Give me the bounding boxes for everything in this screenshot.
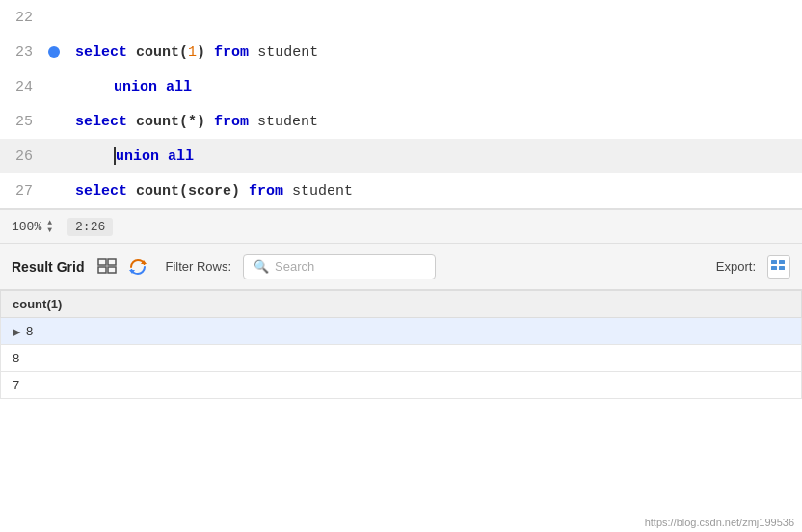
- line-number-26: 26: [0, 148, 48, 165]
- no-breakpoint-27: [48, 185, 60, 197]
- export-button[interactable]: [767, 255, 790, 279]
- no-breakpoint-22: [48, 12, 60, 23]
- no-breakpoint-26: [48, 150, 60, 162]
- result-table: count(1) ▶887: [0, 290, 802, 399]
- watermark: https://blog.csdn.net/zmj199536: [645, 517, 794, 528]
- row-arrow-icon: ▶: [13, 326, 20, 337]
- code-content-23: select count(1) from student: [67, 44, 318, 61]
- table-cell-count1: 7: [1, 372, 802, 399]
- status-bar: 100% ▲ ▼ 2:26: [0, 209, 802, 244]
- svg-rect-6: [771, 260, 777, 264]
- result-grid-container: count(1) ▶887: [0, 290, 802, 532]
- svg-rect-7: [779, 260, 785, 264]
- column-header-count1: count(1): [1, 291, 802, 318]
- table-cell-count1: ▶8: [1, 318, 802, 345]
- zoom-down-arrow[interactable]: ▼: [47, 226, 52, 234]
- code-line-22: 22: [0, 0, 802, 35]
- refresh-icon[interactable]: [126, 257, 149, 277]
- result-grid-label: Result Grid: [12, 259, 84, 275]
- svg-rect-0: [98, 259, 106, 265]
- search-placeholder: Search: [275, 259, 314, 274]
- code-line-24: 24 union all: [0, 69, 802, 104]
- code-content-27: select count(score) from student: [67, 183, 353, 200]
- search-icon: 🔍: [254, 259, 269, 275]
- code-content-24: union all: [67, 79, 192, 95]
- code-content-26: union all: [67, 147, 194, 165]
- table-row: 7: [1, 372, 802, 399]
- line-number-24: 24: [0, 79, 48, 95]
- zoom-control[interactable]: 100% ▲ ▼: [12, 219, 52, 234]
- zoom-value: 100%: [12, 220, 41, 234]
- table-row: 8: [1, 345, 802, 372]
- no-breakpoint-25: [48, 116, 60, 127]
- code-editor[interactable]: 22 23 select count(1) from student 24 un…: [0, 0, 802, 209]
- svg-rect-3: [108, 267, 116, 273]
- line-number-25: 25: [0, 114, 48, 130]
- table-cell-count1: 8: [1, 345, 802, 372]
- no-breakpoint-24: [48, 81, 60, 93]
- table-header-row: count(1): [1, 291, 802, 318]
- code-content-25: select count(*) from student: [67, 114, 318, 130]
- code-line-27: 27 select count(score) from student: [0, 173, 802, 208]
- svg-rect-2: [98, 267, 106, 273]
- grid-view-icon[interactable]: [95, 257, 119, 277]
- code-line-25: 25 select count(*) from student: [0, 104, 802, 139]
- line-number-22: 22: [0, 10, 48, 26]
- search-box[interactable]: 🔍 Search: [243, 254, 436, 279]
- cursor-position: 2:26: [67, 218, 113, 236]
- filter-rows-label: Filter Rows:: [165, 259, 231, 274]
- zoom-arrows[interactable]: ▲ ▼: [47, 219, 52, 234]
- line-number-27: 27: [0, 183, 48, 200]
- export-label: Export:: [716, 259, 756, 274]
- code-line-23: 23 select count(1) from student: [0, 35, 802, 69]
- breakpoint-23: [48, 46, 60, 58]
- svg-rect-1: [108, 259, 116, 265]
- code-line-26: 26 union all: [0, 139, 802, 173]
- result-toolbar: Result Grid Filter Rows: 🔍 Search Export…: [0, 244, 802, 290]
- svg-rect-9: [779, 266, 785, 270]
- svg-rect-8: [771, 266, 777, 270]
- line-number-23: 23: [0, 44, 48, 61]
- table-row: ▶8: [1, 318, 802, 345]
